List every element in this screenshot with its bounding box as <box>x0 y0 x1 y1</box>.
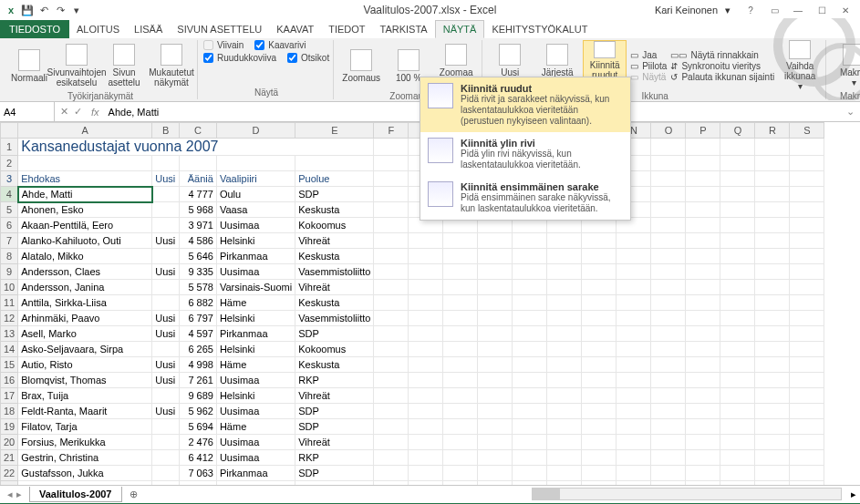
split-button[interactable]: ▭ Jaa <box>630 50 667 60</box>
tab-file[interactable]: TIEDOSTO <box>0 20 69 38</box>
switch-windows-icon <box>789 40 811 59</box>
column-header[interactable]: Q <box>720 123 755 139</box>
ruler-checkbox[interactable]: Viivain <box>203 40 243 50</box>
formula-expand-icon[interactable]: ⌄ <box>841 106 860 118</box>
pagebreak-preview-button[interactable]: Sivunvaihtojen esikatselu <box>55 40 98 91</box>
column-header[interactable]: E <box>295 123 374 139</box>
pagelayout-icon <box>113 44 135 66</box>
ribbon-collapse-icon[interactable]: ▭ <box>763 2 785 18</box>
table-row[interactable]: 8Alatalo, Mikko5 646PirkanmaaKeskusta <box>1 249 824 264</box>
quick-access-toolbar: x 💾 ↶ ↷ ▾ <box>0 3 88 17</box>
table-row[interactable]: 9Andersson, ClaesUusi9 335UusimaaVasemmi… <box>1 264 824 280</box>
formulabar-checkbox[interactable]: Kaavarivi <box>254 40 306 50</box>
gridlines-checkbox[interactable]: Ruudukkoviiva <box>203 53 276 63</box>
sheet-title[interactable]: Kansanedustajat vuonna 2007 <box>18 139 374 156</box>
enter-formula-icon[interactable]: ✓ <box>74 106 82 118</box>
table-row[interactable]: 19Filatov, Tarja5 694HämeSDP <box>1 419 824 435</box>
tab-developer[interactable]: KEHITYSTYÖKALUT <box>484 20 595 38</box>
tab-view[interactable]: NÄYTÄ <box>435 20 485 38</box>
zoom-100-icon <box>398 49 420 71</box>
table-row[interactable]: 22Gustafsson, Jukka7 063PirkanmaaSDP <box>1 466 824 481</box>
freeze-first-col-icon <box>428 181 453 207</box>
macros-icon <box>843 44 860 66</box>
arrange-icon <box>546 44 568 66</box>
table-row[interactable]: 14Asko-Seljavaara, Sirpa6 265HelsinkiKok… <box>1 342 824 357</box>
view-side-by-side[interactable]: ▭▭ Näytä rinnakkain <box>670 50 774 60</box>
user-name[interactable]: Kari Keinonen <box>655 5 718 15</box>
sync-scroll[interactable]: ⇵ Synkronoitu vieritys <box>670 61 774 71</box>
freeze-top-row-item[interactable]: Kiinnitä ylin riviPidä ylin rivi näkyvis… <box>420 132 630 176</box>
table-row[interactable]: 20Forsius, Merikukka2 476UusimaaVihreät <box>1 435 824 450</box>
custom-views-button[interactable]: Mukautetut näkymät <box>150 40 193 91</box>
hide-button[interactable]: ▭ Piilota <box>630 61 667 71</box>
undo-icon[interactable]: ↶ <box>36 3 51 17</box>
horizontal-scrollbar[interactable] <box>532 488 842 500</box>
column-header[interactable]: B <box>152 123 180 139</box>
column-header[interactable]: P <box>686 123 720 139</box>
sheet-tab[interactable]: Vaalitulos-2007 <box>29 487 122 502</box>
column-header[interactable]: D <box>216 123 295 139</box>
cancel-formula-icon[interactable]: ✕ <box>60 106 68 118</box>
tab-home[interactable]: ALOITUS <box>69 20 127 38</box>
freeze-first-column-item[interactable]: Kiinnitä ensimmäinen sarakePidä ensimmäi… <box>420 176 630 220</box>
hscroll-right-icon[interactable]: ▸ <box>851 489 856 500</box>
reset-position[interactable]: ↺ Palauta ikkunan sijainti <box>670 72 774 82</box>
excel-icon: x <box>4 3 18 17</box>
sheet-nav-last-icon[interactable]: ▸ <box>16 489 22 500</box>
tab-pagelayout[interactable]: SIVUN ASETTELU <box>170 20 269 38</box>
fx-icon[interactable]: fx <box>88 107 103 118</box>
table-row[interactable]: 18Feldt-Ranta, MaaritUusi5 962UusimaaSDP <box>1 404 824 419</box>
tab-review[interactable]: TARKISTA <box>373 20 435 38</box>
column-header[interactable]: O <box>651 123 686 139</box>
new-window-icon <box>499 44 521 66</box>
add-sheet-button[interactable]: ⊕ <box>122 489 145 500</box>
column-header[interactable]: F <box>374 123 409 139</box>
normal-view-button[interactable]: Normaali <box>7 40 51 91</box>
freeze-panes-menu: Kiinnitä ruudutPidä rivit ja sarakkeet n… <box>420 77 631 221</box>
group-macros: Makrot <box>832 91 860 103</box>
save-icon[interactable]: 💾 <box>20 3 35 17</box>
normal-view-icon <box>18 49 40 71</box>
headings-checkbox[interactable]: Otsikot <box>287 53 329 63</box>
macros-button[interactable]: Makrot▾ <box>832 40 860 91</box>
table-row[interactable]: 15Autio, RistoUusi4 998HämeKeskusta <box>1 357 824 373</box>
freeze-icon <box>594 41 616 58</box>
titlebar: x 💾 ↶ ↷ ▾ Vaalitulos-2007.xlsx - Excel K… <box>0 0 860 20</box>
custom-views-icon <box>161 44 182 66</box>
zoom-button[interactable]: Zoomaus <box>339 40 383 91</box>
tab-insert[interactable]: LISÄÄ <box>127 20 170 38</box>
chevron-down-icon: ▾ <box>852 77 856 87</box>
column-header[interactable]: C <box>180 123 217 139</box>
freeze-panes-item[interactable]: Kiinnitä ruudutPidä rivit ja sarakkeet n… <box>420 77 630 132</box>
freeze-panes-icon <box>428 83 453 108</box>
table-row[interactable]: 12Arhinmäki, PaavoUusi6 797HelsinkiVasem… <box>1 311 824 326</box>
table-row[interactable]: 11Anttila, Sirkka-Liisa6 882HämeKeskusta <box>1 295 824 311</box>
zoom-sel-icon <box>445 44 467 66</box>
pagelayout-view-button[interactable]: Sivun asettelu <box>102 40 146 91</box>
switch-windows-button[interactable]: Vaihda ikkunaa▾ <box>778 40 822 91</box>
minimize-icon[interactable]: — <box>787 2 809 18</box>
qat-more-icon[interactable]: ▾ <box>69 3 84 17</box>
unhide-button[interactable]: ▭ Näytä <box>630 72 667 82</box>
column-header[interactable]: S <box>790 123 824 139</box>
table-row[interactable]: 5Ahonen, Esko5 968VaasaKeskusta <box>1 202 824 218</box>
tab-data[interactable]: TIEDOT <box>321 20 372 38</box>
table-row[interactable]: 4Ahde, Matti4 777OuluSDP <box>1 187 824 202</box>
column-header[interactable]: A <box>18 123 152 139</box>
close-icon[interactable]: ✕ <box>834 2 856 18</box>
name-box[interactable]: A4 <box>0 102 55 121</box>
redo-icon[interactable]: ↷ <box>53 3 67 17</box>
tab-formulas[interactable]: KAAVAT <box>269 20 321 38</box>
table-row[interactable]: 7Alanko-Kahiluoto, OutiUusi4 586Helsinki… <box>1 233 824 249</box>
help-icon[interactable]: ? <box>740 2 762 18</box>
table-row[interactable]: 13Asell, MarkoUusi4 597PirkanmaaSDP <box>1 326 824 342</box>
sheet-nav-first-icon[interactable]: ◂ <box>7 489 13 500</box>
maximize-icon[interactable]: ☐ <box>811 2 833 18</box>
column-header[interactable]: R <box>755 123 790 139</box>
table-row[interactable]: 21Gestrin, Christina6 412UusimaaRKP <box>1 450 824 466</box>
table-row[interactable]: 17Brax, Tuija9 689HelsinkiVihreät <box>1 388 824 404</box>
group-show: Näytä <box>203 87 329 99</box>
table-row[interactable]: 10Andersson, Janina5 578Varsinais-SuomiV… <box>1 280 824 295</box>
table-row[interactable]: 16Blomqvist, ThomasUusi7 261UusimaaRKP <box>1 373 824 388</box>
table-row[interactable]: 6Akaan-Penttilä, Eero3 971UusimaaKokoomu… <box>1 218 824 233</box>
